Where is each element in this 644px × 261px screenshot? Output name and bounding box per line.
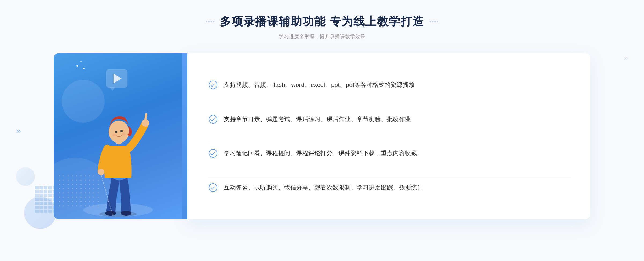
check-icon-3	[209, 149, 217, 158]
check-icon-2	[209, 115, 217, 124]
check-icon-1	[209, 81, 217, 89]
svg-point-3	[121, 211, 131, 216]
feature-text-4: 互动弹幕、试听购买、微信分享、观看次数限制、学习进度跟踪、数据统计	[224, 183, 423, 192]
check-mark-4	[210, 185, 215, 190]
svg-point-10	[115, 131, 117, 133]
check-mark-2	[210, 116, 215, 121]
feature-text-2: 支持章节目录、弹题考试、课后练习、课后作业、章节测验、批改作业	[224, 114, 411, 124]
feature-text-1: 支持视频、音频、flash、word、excel、ppt、pdf等各种格式的资源…	[224, 80, 415, 90]
person-illustration	[78, 92, 158, 219]
sparkle-3	[83, 68, 85, 69]
play-bubble	[106, 69, 130, 91]
sparkle-2	[80, 61, 82, 62]
connector-strip	[182, 53, 187, 219]
feature-item-2: 支持章节目录、弹题考试、课后练习、课后作业、章节测验、批改作业	[209, 109, 572, 129]
feature-item-3: 学习笔记回看、课程提问、课程评论打分、课件资料下载，重点内容收藏	[209, 143, 572, 163]
feature-text-3: 学习笔记回看、课程提问、课程评论打分、课件资料下载，重点内容收藏	[224, 148, 417, 158]
features-card: 支持视频、音频、flash、word、excel、ppt、pdf等各种格式的资源…	[187, 53, 590, 219]
feature-item-1: 支持视频、音频、flash、word、excel、ppt、pdf等各种格式的资源…	[209, 75, 572, 95]
svg-point-12	[112, 134, 116, 136]
svg-line-5	[145, 114, 146, 119]
feature-item-4: 互动弹幕、试听购买、微信分享、观看次数限制、学习进度跟踪、数据统计	[209, 177, 572, 197]
check-icon-4	[209, 183, 217, 192]
page-title: 多项录播课辅助功能 专为线上教学打造	[220, 14, 424, 29]
svg-point-6	[98, 169, 104, 175]
svg-point-1	[99, 211, 137, 217]
svg-point-2	[105, 211, 116, 216]
check-mark-3	[210, 151, 215, 155]
page-subtitle: 学习进度全掌握，提升录播课教学效果	[0, 33, 644, 40]
play-icon	[114, 74, 122, 83]
header-deco-left	[206, 21, 214, 22]
svg-point-11	[120, 130, 123, 132]
check-mark-1	[210, 82, 215, 87]
illustration-card	[54, 53, 182, 219]
header-deco-right	[430, 21, 438, 22]
page-header: 多项录播课辅助功能 专为线上教学打造 学习进度全掌握，提升录播课教学效果	[0, 0, 644, 40]
svg-point-4	[142, 119, 149, 127]
sparkle-1	[76, 65, 78, 67]
svg-point-9	[109, 121, 129, 143]
main-content: 支持视频、音频、flash、word、excel、ppt、pdf等各种格式的资源…	[0, 53, 644, 219]
svg-point-13	[122, 133, 126, 135]
